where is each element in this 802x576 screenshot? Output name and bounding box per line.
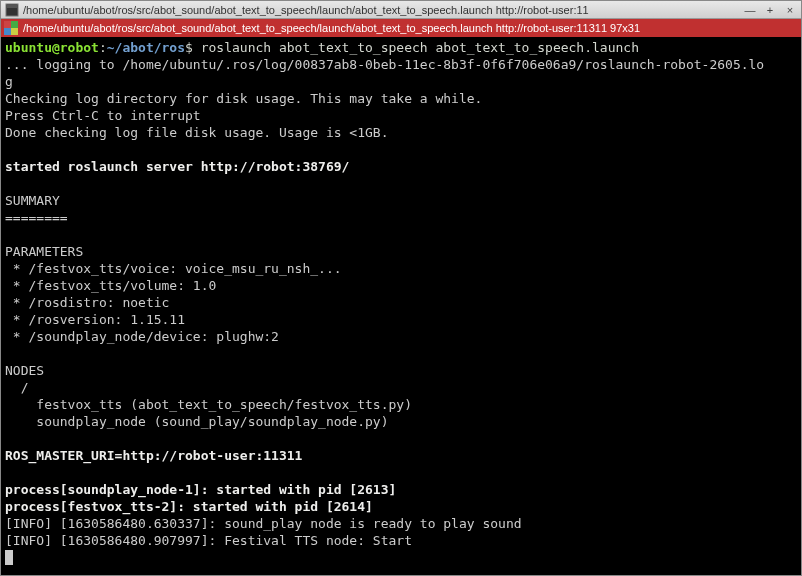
- output-line: * /soundplay_node/device: plughw:2: [5, 329, 279, 344]
- output-line: [INFO] [1630586480.907997]: Festival TTS…: [5, 533, 412, 548]
- tab-icon: [3, 20, 19, 36]
- tab-title[interactable]: /home/ubuntu/abot/ros/src/abot_sound/abo…: [21, 22, 801, 34]
- prompt-user-host: ubuntu@robot: [5, 40, 99, 55]
- output-line: SUMMARY: [5, 193, 60, 208]
- tab-bar: /home/ubuntu/abot/ros/src/abot_sound/abo…: [1, 19, 801, 37]
- output-line: NODES: [5, 363, 44, 378]
- cursor: [5, 550, 13, 565]
- output-line: ... logging to /home/ubuntu/.ros/log/008…: [5, 57, 764, 72]
- svg-rect-4: [4, 28, 11, 35]
- output-line: /: [5, 380, 28, 395]
- svg-rect-1: [7, 5, 17, 8]
- output-line: process[soundplay_node-1]: started with …: [5, 482, 396, 497]
- output-line: Checking log directory for disk usage. T…: [5, 91, 482, 106]
- prompt-dollar: $: [185, 40, 201, 55]
- terminal-output[interactable]: ubuntu@robot:~/abot/ros$ roslaunch abot_…: [1, 37, 801, 575]
- output-line: process[festvox_tts-2]: started with pid…: [5, 499, 373, 514]
- output-line: started roslaunch server http://robot:38…: [5, 159, 349, 174]
- output-line: ROS_MASTER_URI=http://robot-user:11311: [5, 448, 302, 463]
- svg-rect-3: [11, 21, 18, 28]
- output-line: PARAMETERS: [5, 244, 83, 259]
- output-line: * /rosdistro: noetic: [5, 295, 169, 310]
- output-line: [INFO] [1630586480.630337]: sound_play n…: [5, 516, 522, 531]
- prompt-path: ~/abot/ros: [107, 40, 185, 55]
- output-line: g: [5, 74, 13, 89]
- output-line: Done checking log file disk usage. Usage…: [5, 125, 389, 140]
- svg-rect-2: [4, 21, 11, 28]
- app-icon: [5, 3, 19, 17]
- output-line: * /rosversion: 1.15.11: [5, 312, 185, 327]
- output-line: festvox_tts (abot_text_to_speech/festvox…: [5, 397, 412, 412]
- output-line: Press Ctrl-C to interrupt: [5, 108, 201, 123]
- window-title: /home/ubuntu/abot/ros/src/abot_sound/abo…: [23, 4, 743, 16]
- output-line: * /festvox_tts/voice: voice_msu_ru_nsh_.…: [5, 261, 342, 276]
- output-line: * /festvox_tts/volume: 1.0: [5, 278, 216, 293]
- minimize-button[interactable]: —: [743, 3, 757, 17]
- command-text: roslaunch abot_text_to_speech abot_text_…: [201, 40, 639, 55]
- window-titlebar: /home/ubuntu/abot/ros/src/abot_sound/abo…: [1, 1, 801, 19]
- output-line: soundplay_node (sound_play/soundplay_nod…: [5, 414, 389, 429]
- terminal-window: /home/ubuntu/abot/ros/src/abot_sound/abo…: [0, 0, 802, 576]
- svg-rect-5: [11, 28, 18, 35]
- window-controls: — + ×: [743, 3, 797, 17]
- output-line: ========: [5, 210, 68, 225]
- close-button[interactable]: ×: [783, 3, 797, 17]
- maximize-button[interactable]: +: [763, 3, 777, 17]
- prompt-colon: :: [99, 40, 107, 55]
